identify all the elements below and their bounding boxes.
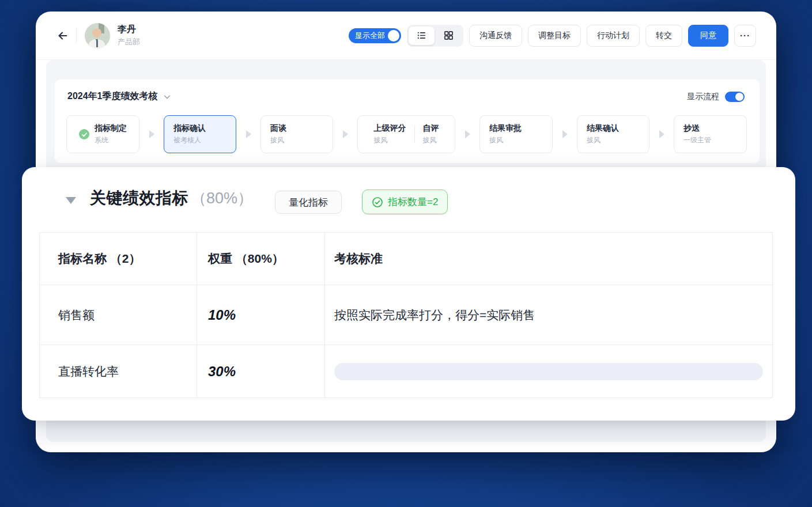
step-owner: 披风 <box>270 135 323 145</box>
step-arrow-icon <box>343 130 348 138</box>
step-title: 指标确认 <box>173 123 226 133</box>
kpi-panel-header: 关键绩效指标 （80%） 量化指标 指标数量=2 <box>22 167 795 232</box>
step-result-confirm[interactable]: 结果确认 披风 <box>577 115 649 153</box>
feedback-button[interactable]: 沟通反馈 <box>469 25 522 47</box>
table-row-1-weight: 10% <box>197 285 324 345</box>
step-owner: 系统 <box>95 135 127 145</box>
list-view-segment[interactable] <box>409 27 435 45</box>
window-header: 李丹 产品部 显示全部 <box>36 12 776 60</box>
toggle-knob <box>388 30 399 41</box>
col-header-name: 指标名称 （2） <box>40 233 197 285</box>
step-owner: 被考核人 <box>173 135 226 145</box>
show-all-label: 显示全部 <box>355 31 385 41</box>
step-result-approval[interactable]: 结果审批 披风 <box>479 115 553 153</box>
adjust-goal-button[interactable]: 调整目标 <box>528 25 581 47</box>
step-goal-confirm[interactable]: 指标确认 被考核人 <box>164 115 236 153</box>
transfer-button[interactable]: 转交 <box>645 25 682 47</box>
table-row-2-weight: 30% <box>197 345 324 398</box>
step-title: 结果审批 <box>489 123 543 133</box>
grid-view-segment[interactable] <box>436 27 462 45</box>
step-title: 自评 <box>423 123 439 133</box>
step-scoring[interactable]: 上级评分 披风 自评 披风 <box>357 115 455 153</box>
agree-button[interactable]: 同意 <box>688 25 728 47</box>
toggle-knob <box>735 93 743 101</box>
back-button[interactable] <box>55 28 70 43</box>
indicator-count-label: 指标数量=2 <box>388 195 438 209</box>
kpi-table: 指标名称 （2） 权重 （80%） 考核标准 销售额 10% 按照实际完成率打分… <box>39 232 773 398</box>
arrow-left-icon <box>56 29 69 42</box>
chevron-down-icon[interactable] <box>163 93 171 101</box>
header-divider <box>76 28 77 43</box>
grid-icon <box>444 31 454 40</box>
table-row-2-name: 直播转化率 <box>40 345 197 398</box>
step-title: 指标制定 <box>95 123 127 133</box>
col-header-weight: 权重 （80%） <box>197 233 324 285</box>
step-arrow-icon <box>465 130 470 138</box>
check-circle-icon <box>79 129 89 139</box>
kpi-weight: （80%） <box>191 188 253 209</box>
assessment-title: 2024年1季度绩效考核 <box>67 90 158 103</box>
show-flow-toggle[interactable] <box>725 92 745 102</box>
list-icon <box>417 31 426 40</box>
show-flow-label: 显示流程 <box>687 92 719 102</box>
step-owner: 披风 <box>423 135 439 145</box>
step-title: 抄送 <box>683 123 737 133</box>
user-name: 李丹 <box>118 24 140 35</box>
step-arrow-icon <box>659 130 664 138</box>
workflow-steps: 指标制定 系统 指标确认 被考核人 面谈 披风 <box>66 115 747 153</box>
step-owner: 披风 <box>489 135 543 145</box>
step-interview[interactable]: 面谈 披风 <box>260 115 333 153</box>
user-info: 李丹 产品部 <box>118 24 140 47</box>
step-title: 结果确认 <box>587 123 640 133</box>
col-header-criteria: 考核标准 <box>324 233 772 285</box>
step-arrow-icon <box>562 130 568 138</box>
action-plan-button[interactable]: 行动计划 <box>587 25 640 47</box>
workflow-card: 2024年1季度绩效考核 显示流程 指标制定 <box>55 80 760 163</box>
show-all-toggle[interactable]: 显示全部 <box>349 28 401 43</box>
step-arrow-icon <box>149 130 154 138</box>
step-cc[interactable]: 抄送 一级主管 <box>674 115 747 153</box>
header-actions: 显示全部 <box>349 25 756 47</box>
step-owner: 一级主管 <box>683 135 737 145</box>
step-goal-setting[interactable]: 指标制定 系统 <box>66 115 139 153</box>
step-divider <box>414 126 415 143</box>
step-arrow-icon <box>246 130 251 138</box>
indicator-count-badge: 指标数量=2 <box>362 190 448 214</box>
workflow-header: 2024年1季度绩效考核 显示流程 <box>55 80 760 103</box>
step-title: 上级评分 <box>374 123 406 133</box>
kpi-panel: 关键绩效指标 （80%） 量化指标 指标数量=2 指标名称 （2） 权重 （80… <box>22 167 795 421</box>
collapse-triangle-icon[interactable] <box>66 197 76 204</box>
table-row-1-name: 销售额 <box>40 285 197 345</box>
skeleton-placeholder-bar <box>334 363 763 380</box>
check-circle-outline-icon <box>372 196 383 208</box>
step-owner: 披风 <box>587 135 640 145</box>
step-title: 面谈 <box>270 123 323 133</box>
avatar <box>85 23 110 48</box>
quantitative-indicator-button[interactable]: 量化指标 <box>275 191 342 214</box>
kpi-title: 关键绩效指标 <box>90 187 188 209</box>
more-actions-button[interactable]: ··· <box>734 25 756 47</box>
table-row-2-criteria <box>324 345 772 398</box>
step-owner: 披风 <box>374 135 406 145</box>
table-row-1-criteria: 按照实际完成率打分，得分=实际销售 <box>324 285 772 345</box>
view-mode-segmented-control <box>407 25 463 47</box>
user-department: 产品部 <box>118 37 140 47</box>
